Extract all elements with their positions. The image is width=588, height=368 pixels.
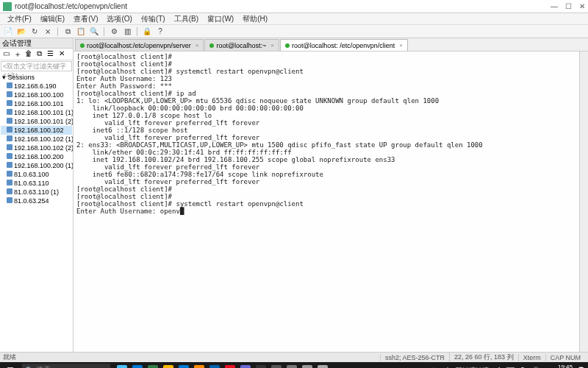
- tree-root[interactable]: ▾ Sessions: [1, 73, 72, 82]
- settings-icon[interactable]: ⚙: [109, 26, 119, 37]
- session-tab[interactable]: root@localhost:~×: [204, 39, 279, 51]
- taskbar-app[interactable]: [284, 363, 299, 368]
- tab-bar: root@localhost:/etc/openvpn/server×root@…: [74, 38, 588, 52]
- paste-icon[interactable]: 📋: [76, 26, 86, 37]
- disconnect-icon[interactable]: ⨯: [43, 26, 53, 37]
- taskbar-app[interactable]: [238, 363, 253, 368]
- menu-item[interactable]: 查看(V): [69, 13, 102, 24]
- taskbar-app[interactable]: [315, 363, 330, 368]
- taskbar-app[interactable]: [161, 363, 176, 368]
- sidebar-toolbar: ▭ ＋ 🗑 ⧉ ☰ ✕: [0, 49, 73, 60]
- menu-item[interactable]: 选项(O): [102, 13, 136, 24]
- sidebar: 会话管理 ▭ ＋ 🗑 ⧉ ☰ ✕ <双击文字过滤关键字<Alt+ ▾ Sessi…: [0, 38, 74, 352]
- new-folder-icon[interactable]: ▭: [1, 49, 11, 59]
- copy-icon[interactable]: ⧉: [62, 26, 73, 37]
- menu-item[interactable]: 帮助(H): [238, 13, 272, 24]
- add-session-icon[interactable]: ＋: [12, 49, 22, 59]
- tab-close-icon[interactable]: ×: [399, 42, 403, 49]
- session-item[interactable]: 81.0.63.254: [1, 197, 72, 205]
- session-item[interactable]: 192.168.100.102 (1): [1, 135, 72, 144]
- delete-icon[interactable]: 🗑: [24, 49, 33, 59]
- app-icon: [148, 365, 158, 368]
- help-icon[interactable]: ?: [155, 26, 165, 37]
- new-session-icon[interactable]: 📄: [3, 26, 13, 37]
- separator: [57, 27, 58, 36]
- terminal[interactable]: [root@localhost client]# [root@localhost…: [74, 52, 579, 352]
- session-icon: [7, 153, 12, 159]
- filter-input[interactable]: <双击文字过滤关键字<Alt+: [1, 61, 72, 71]
- session-icon: [7, 180, 12, 185]
- status-dot-icon: [209, 43, 214, 48]
- session-item[interactable]: 192.168.6.190: [1, 82, 72, 91]
- session-item[interactable]: 81.0.63.110 (1): [1, 188, 72, 197]
- menu-item[interactable]: 编辑(E): [36, 13, 69, 24]
- status-caps: CAP NUM: [545, 354, 585, 361]
- taskbar-app[interactable]: [176, 363, 191, 368]
- main-area: 会话管理 ▭ ＋ 🗑 ⧉ ☰ ✕ <双击文字过滤关键字<Alt+ ▾ Sessi…: [0, 38, 588, 352]
- session-item[interactable]: 192.168.100.102: [1, 126, 72, 135]
- session-item[interactable]: 192.168.100.102 (2): [1, 144, 72, 152]
- lock-icon[interactable]: 🔒: [142, 26, 152, 37]
- taskbar-app[interactable]: [207, 363, 222, 368]
- taskbar-app[interactable]: [269, 363, 284, 368]
- taskbar-app[interactable]: [146, 363, 160, 368]
- session-icon: [7, 197, 12, 203]
- properties-icon[interactable]: ☰: [46, 49, 55, 59]
- taskbar-app[interactable]: [300, 363, 315, 368]
- close-button[interactable]: ✕: [579, 2, 585, 10]
- reconnect-icon[interactable]: ↻: [29, 26, 40, 37]
- minimize-button[interactable]: —: [551, 2, 558, 10]
- status-mode: Xterm: [518, 354, 545, 361]
- sidebar-header: 会话管理: [0, 38, 73, 49]
- open-icon[interactable]: 📂: [16, 26, 26, 37]
- menu-item[interactable]: 传输(T): [137, 13, 170, 24]
- session-icon: [7, 162, 12, 168]
- tab-label: root@localhost: /etc/openvpn/client: [292, 42, 395, 49]
- status-bar: 就绪 ssh2; AES-256-CTR 22, 26 60 行, 183 列 …: [0, 352, 588, 362]
- toolbar: 📄 📂 ↻ ⨯ ⧉ 📋 🔍 ⚙ ▥ 🔒 ?: [0, 25, 588, 38]
- app-icon: [302, 365, 312, 368]
- start-button[interactable]: ⊞: [0, 362, 21, 368]
- tab-close-icon[interactable]: ×: [270, 42, 274, 49]
- session-item[interactable]: 81.0.63.110: [1, 179, 72, 188]
- weather-text: 12°C 阴转晴转晴: [439, 366, 489, 369]
- session-item[interactable]: 192.168.100.200: [1, 152, 72, 161]
- session-icon: [7, 100, 12, 106]
- status-encryption: ssh2; AES-256-CTR: [380, 354, 449, 361]
- menu-item[interactable]: 工具(B): [170, 13, 203, 24]
- scrollbar[interactable]: [579, 52, 588, 352]
- title-bar: root@localhost:/etc/openvpn/client — ☐ ✕: [0, 0, 588, 13]
- taskbar-search[interactable]: 🔍 搜索: [22, 364, 110, 368]
- app-icon: [117, 365, 127, 368]
- session-item[interactable]: 192.168.100.101 (1): [1, 108, 72, 117]
- session-item[interactable]: 81.0.63.100: [1, 170, 72, 179]
- status-left: 就绪: [3, 353, 16, 362]
- session-icon: [7, 118, 12, 124]
- clock[interactable]: 19:45 2023/11/15: [543, 364, 573, 368]
- app-icon: [256, 365, 266, 368]
- session-tab[interactable]: root@localhost: /etc/openvpn/client×: [280, 39, 408, 51]
- split-icon[interactable]: ▥: [122, 26, 132, 37]
- maximize-button[interactable]: ☐: [565, 2, 572, 10]
- menu-item[interactable]: 文件(F): [3, 13, 36, 24]
- taskbar-app[interactable]: [223, 363, 237, 368]
- taskbar-app[interactable]: [130, 363, 145, 368]
- window-title: root@localhost:/etc/openvpn/client: [15, 2, 551, 10]
- taskbar-app[interactable]: [192, 363, 207, 368]
- app-icon: [287, 365, 297, 368]
- weather-widget[interactable]: ☀ 12°C 阴转晴转晴: [426, 366, 493, 369]
- menu-item[interactable]: 窗口(W): [203, 13, 238, 24]
- session-item[interactable]: 192.168.100.101 (2): [1, 117, 72, 126]
- copy-session-icon[interactable]: ⧉: [35, 49, 44, 59]
- taskbar-app[interactable]: [254, 363, 268, 368]
- session-item[interactable]: 192.168.100.101: [1, 99, 72, 108]
- session-icon: [7, 171, 12, 177]
- taskbar-app[interactable]: [115, 363, 129, 368]
- session-item[interactable]: 192.168.100.200 (1): [1, 161, 72, 170]
- close-panel-icon[interactable]: ✕: [57, 49, 66, 59]
- find-icon[interactable]: 🔍: [89, 26, 99, 37]
- session-tab[interactable]: root@localhost:/etc/openvpn/server×: [75, 39, 204, 51]
- tab-close-icon[interactable]: ×: [196, 42, 199, 49]
- app-icon: [240, 365, 251, 368]
- session-item[interactable]: 192.168.100.100: [1, 91, 72, 99]
